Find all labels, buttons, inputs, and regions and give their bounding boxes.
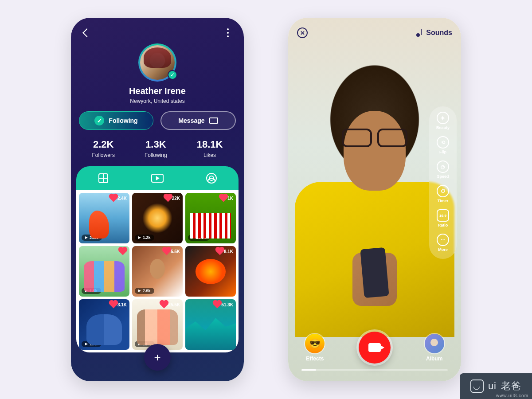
watermark: ◡ ui 老爸 www.uil8.com (460, 373, 532, 399)
like-badge: 8.1K (217, 249, 233, 254)
play-small-icon (138, 236, 141, 239)
sounds-button[interactable]: Sounds (416, 29, 452, 37)
profile-name: Heather Irene (71, 86, 244, 96)
watermark-brand: ui (488, 380, 497, 392)
subject-glasses (342, 129, 407, 147)
verified-badge-icon: ✓ (168, 70, 177, 80)
profile-topbar (71, 18, 244, 43)
subject-phone (360, 247, 389, 298)
like-badge: 2.4K (111, 196, 127, 201)
media-tile[interactable]: 5.5K 7.5k (132, 246, 183, 297)
sounds-label: Sounds (426, 29, 452, 37)
media-tile[interactable]: 25.5K 33… (132, 299, 183, 350)
play-small-icon (192, 343, 194, 345)
stat-value: 18.1K (197, 139, 223, 150)
chevron-left-icon (82, 28, 91, 37)
profile-location: Newyork, United states (71, 98, 244, 104)
watermark-text: 老爸 (501, 379, 521, 393)
phone-profile: ✓ Heather Irene Newyork, United states ✓… (71, 18, 244, 381)
heart-icon (164, 195, 172, 202)
more-icon: ⋯ (437, 234, 449, 246)
grid-icon (98, 173, 108, 183)
stat-value: 2.2K (92, 139, 115, 150)
following-button[interactable]: ✓ Following (79, 111, 153, 130)
play-small-icon (85, 236, 88, 239)
record-button[interactable] (359, 332, 391, 364)
message-button[interactable]: Message (160, 111, 236, 130)
album-icon (425, 334, 444, 353)
profile-header: ✓ Heather Irene Newyork, United states (71, 43, 244, 104)
heart-icon (214, 301, 221, 309)
message-label: Message (178, 117, 204, 124)
play-small-icon (192, 236, 194, 239)
camera-bottom-controls: 😎 Effects Album (288, 332, 461, 364)
view-badge: 1.7k (82, 341, 101, 347)
like-badge: 25.5K (161, 302, 180, 307)
heart-icon (220, 195, 227, 202)
play-small-icon (138, 343, 141, 345)
view-badge: 1.2k (135, 235, 154, 241)
like-badge: 22K (165, 196, 180, 201)
side-beauty[interactable]: Beauty (436, 112, 450, 130)
media-tile[interactable]: 1K 21.6k (185, 193, 236, 243)
phone-camera: ✕ Sounds Beauty ⟲ Flip ◔ Speed ⏱ Timer 1… (288, 18, 461, 381)
like-badge: 1K (221, 196, 233, 201)
ratio-icon: 16:9 (437, 209, 449, 222)
play-small-icon (85, 343, 88, 345)
close-button[interactable]: ✕ (297, 27, 308, 38)
like-badge: 51.3K (215, 302, 233, 307)
media-grid: 2.4K 2155 22K 1.2k 1K 21.6k 1.5k 5.5K 7.… (76, 190, 239, 352)
camera-topbar: ✕ Sounds (297, 27, 452, 38)
media-tile[interactable]: 1.5k (79, 246, 129, 297)
heart-icon (216, 248, 223, 255)
stat-label: Following (145, 152, 167, 158)
beauty-icon (437, 112, 449, 124)
stat-following[interactable]: 1.3K Following (145, 139, 167, 158)
media-tile[interactable]: 2.4K 2155 (79, 193, 129, 243)
side-speed[interactable]: ◔ Speed (437, 160, 449, 179)
profile-action-row: ✓ Following Message (79, 111, 236, 130)
stat-value: 1.3K (145, 139, 167, 150)
heart-icon (110, 195, 117, 202)
fab-create[interactable]: + (144, 344, 171, 371)
like-badge: 3.1K (111, 302, 127, 307)
side-ratio[interactable]: 16:9 Ratio (437, 209, 449, 227)
kebab-icon (227, 28, 229, 37)
like-badge (120, 249, 127, 254)
music-note-icon (416, 29, 422, 37)
effects-icon: 😎 (305, 334, 325, 353)
person-icon (206, 173, 217, 184)
tab-grid[interactable] (97, 172, 110, 184)
heart-icon (110, 301, 117, 309)
subject-face (344, 111, 406, 191)
camera-side-panel: Beauty ⟲ Flip ◔ Speed ⏱ Timer 16:9 Ratio… (429, 106, 457, 259)
media-tile[interactable]: 8.1K (185, 246, 236, 297)
media-tile[interactable]: 22K 1.2k (132, 193, 183, 243)
stat-likes[interactable]: 18.1K Likes (197, 139, 223, 158)
mail-icon (209, 117, 218, 124)
timer-icon: ⏱ (437, 185, 449, 197)
view-badge: 21.6k (188, 235, 210, 241)
following-label: Following (109, 117, 137, 124)
heart-icon (163, 248, 170, 255)
side-timer[interactable]: ⏱ Timer (437, 185, 449, 203)
back-button[interactable] (80, 26, 94, 40)
view-badge: 2155 (82, 235, 102, 241)
speed-icon: ◔ (437, 160, 449, 173)
effects-button[interactable]: 😎 Effects (305, 334, 325, 362)
avatar-ring[interactable]: ✓ (138, 43, 176, 82)
media-tile[interactable]: 3.1K 1.7k (79, 299, 129, 350)
menu-button[interactable] (221, 26, 235, 40)
play-icon (151, 174, 164, 183)
side-flip[interactable]: ⟲ Flip (437, 136, 449, 154)
content-tabbar (76, 166, 239, 190)
album-button[interactable]: Album (425, 334, 444, 362)
stat-followers[interactable]: 2.2K Followers (92, 139, 115, 158)
check-icon: ✓ (94, 116, 104, 125)
media-tile[interactable]: 51.3K 78.2k (185, 299, 236, 350)
side-more[interactable]: ⋯ More (437, 234, 449, 252)
tab-videos[interactable] (151, 172, 164, 184)
record-progress[interactable] (301, 369, 448, 371)
tab-tagged[interactable] (205, 172, 218, 184)
play-small-icon (85, 289, 88, 292)
